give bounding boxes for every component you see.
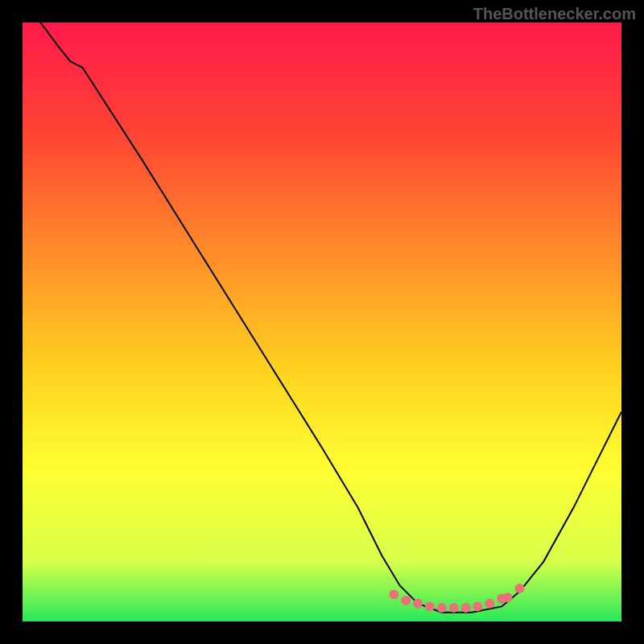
watermark-text: TheBottlenecker.com xyxy=(473,5,636,23)
chart-area xyxy=(23,23,621,621)
chart-frame: TheBottlenecker.com xyxy=(0,0,644,644)
chart-background xyxy=(23,23,621,621)
svg-rect-0 xyxy=(23,23,621,621)
